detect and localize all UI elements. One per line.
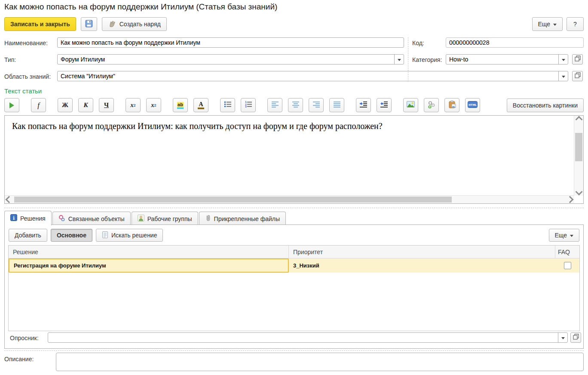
html-mode-button[interactable]: HTML	[465, 98, 480, 112]
editor-toolbar: f Ж К Ч x2 x2 ab A	[4, 98, 584, 112]
code-input[interactable]	[446, 37, 584, 48]
tab-linked-objects[interactable]: Связанные объекты	[52, 212, 131, 225]
table-row[interactable]: Регистрация на форуме Итилиум 3_Низкий	[9, 258, 579, 273]
chevron-down-icon	[562, 59, 565, 61]
indent-increase-icon	[359, 101, 368, 110]
questionnaire-combo[interactable]	[48, 332, 568, 343]
article-text[interactable]: Как попасть на форум поддержки Итилиум: …	[5, 116, 574, 196]
open-in-list-icon	[575, 72, 581, 80]
tab-solutions[interactable]: i Решения	[4, 211, 52, 225]
scroll-right-button[interactable]	[567, 196, 573, 203]
faq-cell	[555, 258, 579, 273]
font-button[interactable]: f	[31, 98, 46, 112]
chevron-down-icon	[398, 59, 401, 61]
create-order-button[interactable]: Создать наряд	[102, 17, 167, 31]
align-center-button[interactable]	[288, 98, 303, 112]
justify-button[interactable]	[329, 98, 344, 112]
italic-button[interactable]: К	[78, 98, 93, 112]
save-and-close-button[interactable]: Записать и закрыть	[4, 17, 76, 31]
document-search-icon	[102, 231, 108, 240]
insert-link-button[interactable]	[424, 98, 439, 112]
questionnaire-label: Опросник:	[10, 335, 39, 341]
create-order-hand-icon	[108, 19, 116, 29]
priority-cell[interactable]: 3_Низкий	[289, 258, 555, 273]
editor-vertical-scrollbar[interactable]	[574, 116, 583, 196]
column-header-faq[interactable]: FAQ	[555, 246, 579, 258]
description-label: Описание:	[4, 356, 34, 363]
solution-cell[interactable]: Регистрация на форуме Итилиум	[9, 258, 289, 273]
justify-icon	[333, 101, 341, 110]
align-right-icon	[312, 101, 320, 110]
chevron-down-icon	[562, 76, 565, 78]
play-icon	[9, 102, 14, 108]
font-color-button[interactable]: A	[193, 98, 208, 112]
indent-decrease-icon	[380, 101, 388, 110]
align-center-icon	[292, 101, 300, 110]
knowledge-base-article-window: Как можно попасть на форум поддержки Ити…	[0, 0, 588, 375]
horizontal-scroll-thumb[interactable]	[14, 197, 452, 203]
scroll-down-button[interactable]	[574, 189, 583, 195]
solutions-toolbar: Добавить Основное Искать решение Еще	[9, 229, 579, 242]
vertical-scroll-thumb[interactable]	[575, 133, 582, 161]
questionnaire-open-button[interactable]	[570, 332, 581, 343]
add-button[interactable]: Добавить	[9, 229, 47, 242]
faq-checkbox[interactable]	[564, 262, 571, 269]
separator	[4, 350, 584, 351]
chevron-right-icon	[567, 196, 574, 203]
chevron-left-icon	[6, 196, 13, 203]
info-icon: i	[10, 214, 17, 222]
knowledge-area-combo[interactable]: Система "Итилиум"	[57, 71, 568, 81]
scroll-left-button[interactable]	[6, 196, 12, 203]
category-open-button[interactable]	[572, 54, 583, 65]
numbered-list-button[interactable]: 123	[241, 98, 256, 112]
bulleted-list-button[interactable]	[220, 98, 235, 112]
editor-horizontal-scrollbar[interactable]	[5, 195, 574, 203]
search-solution-button[interactable]: Искать решение	[96, 229, 163, 242]
chevron-down-icon	[575, 188, 582, 196]
type-label: Тип:	[4, 56, 16, 63]
subscript-button[interactable]: x2	[146, 98, 161, 112]
chevron-down-icon	[561, 337, 565, 339]
knowledge-area-dropdown-button[interactable]	[558, 71, 568, 81]
preview-button[interactable]	[4, 98, 19, 112]
align-left-button[interactable]	[267, 98, 282, 112]
column-header-priority[interactable]: Приоритет	[289, 246, 555, 258]
scroll-up-button[interactable]	[574, 117, 583, 123]
code-label: Код:	[412, 40, 424, 46]
insert-image-button[interactable]	[403, 98, 418, 112]
save-button[interactable]	[81, 17, 97, 31]
questionnaire-dropdown-button[interactable]	[558, 333, 567, 342]
main-toggle-button[interactable]: Основное	[51, 229, 92, 242]
linked-objects-icon	[58, 215, 65, 223]
underline-button[interactable]: Ч	[99, 98, 114, 112]
open-in-list-icon	[575, 55, 581, 63]
type-dropdown-button[interactable]	[394, 55, 404, 64]
svg-text:3: 3	[245, 105, 247, 108]
tab-work-groups[interactable]: Рабочие группы	[132, 212, 198, 225]
more-button-solutions[interactable]: Еще	[549, 229, 580, 242]
image-icon	[407, 101, 415, 109]
solutions-pane: Добавить Основное Искать решение Еще	[4, 224, 584, 349]
more-button-top[interactable]: Еще	[532, 17, 563, 31]
category-combo[interactable]: How-to	[446, 54, 568, 65]
tab-attached-files[interactable]: Прикрепленные файлы	[199, 212, 286, 225]
chevron-down-icon	[570, 235, 573, 237]
align-right-button[interactable]	[309, 98, 324, 112]
bold-button[interactable]: Ж	[58, 98, 73, 112]
highlight-color-button[interactable]: ab	[173, 98, 188, 112]
type-combo[interactable]: Форум Итилиум	[57, 54, 404, 65]
help-button[interactable]: ?	[567, 17, 584, 31]
description-input[interactable]	[56, 353, 584, 371]
bulleted-list-icon	[224, 101, 232, 110]
article-editor[interactable]: Как попасть на форум поддержки Итилиум: …	[4, 115, 584, 204]
indent-increase-button[interactable]	[356, 98, 371, 112]
category-dropdown-button[interactable]	[558, 55, 568, 64]
knowledge-area-open-button[interactable]	[572, 71, 583, 81]
indent-decrease-button[interactable]	[377, 98, 392, 112]
column-header-solution[interactable]: Решение	[9, 246, 289, 258]
article-section-label: Текст статьи	[4, 87, 42, 95]
name-input[interactable]	[57, 37, 404, 48]
superscript-button[interactable]: x2	[126, 98, 141, 112]
paste-button[interactable]	[444, 98, 459, 112]
restore-images-button[interactable]: Восстановить картинки	[507, 98, 584, 112]
